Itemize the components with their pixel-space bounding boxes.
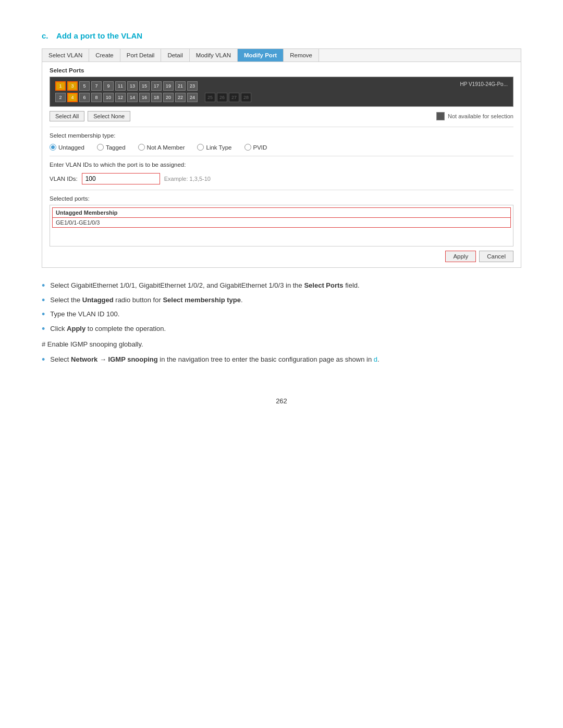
bullet-dot-4: •	[42, 324, 45, 335]
body-text: • Select GigabitEthernet 1/0/1, GigabitE…	[42, 280, 521, 366]
port-4-sel[interactable]: 4	[67, 93, 78, 102]
port-13[interactable]: 13	[127, 81, 138, 91]
port-27: 27	[229, 93, 239, 102]
not-available-legend: Not available for selection	[436, 112, 513, 120]
hash-list-item: • Select Network → IGMP snooping in the …	[42, 354, 521, 366]
selected-ports-area: Selected ports: Untagged Membership GE1/…	[50, 195, 513, 246]
tab-modify-port[interactable]: Modify Port	[238, 49, 284, 61]
action-buttons-row: Apply Cancel	[50, 251, 513, 262]
radio-untagged[interactable]: Untagged	[50, 144, 84, 151]
port-20[interactable]: 20	[163, 93, 174, 102]
list-item-4: • Click Apply to complete the operation.	[42, 324, 521, 335]
port-8[interactable]: 8	[91, 93, 102, 102]
bullet-dot-1: •	[42, 280, 45, 292]
port-24[interactable]: 24	[187, 93, 198, 102]
list-item-1-text: Select GigabitEthernet 1/0/1, GigabitEth…	[50, 280, 359, 292]
port-22[interactable]: 22	[175, 93, 186, 102]
vlan-ids-section-label: Enter VLAN IDs to which the port is to b…	[50, 162, 513, 168]
bullet-dot-3: •	[42, 309, 45, 320]
port-3[interactable]: 3	[67, 81, 78, 91]
radio-not-member-label: Not A Member	[147, 144, 185, 151]
port-5[interactable]: 5	[79, 81, 90, 91]
radio-tagged[interactable]: Tagged	[97, 144, 126, 151]
list-item-1: • Select GigabitEthernet 1/0/1, GigabitE…	[42, 280, 521, 292]
port-16[interactable]: 16	[139, 93, 150, 102]
port-17[interactable]: 17	[151, 81, 162, 91]
port-26: 26	[217, 93, 227, 102]
port-row-odd: 1 3 5 7 9 11 13 15 17 19 21 23	[55, 81, 508, 91]
radio-not-member[interactable]: Not A Member	[138, 144, 185, 151]
port-18[interactable]: 18	[151, 93, 162, 102]
section-title	[50, 31, 54, 40]
port-panel: HP V1910-24G-Po... 1 3 5 7 9 11 13 15 17…	[50, 77, 513, 107]
ui-screenshot-box: Select VLAN Create Port Detail Detail Mo…	[42, 48, 521, 268]
apply-button[interactable]: Apply	[445, 251, 476, 262]
port-23[interactable]: 23	[187, 81, 198, 91]
port-11[interactable]: 11	[115, 81, 126, 91]
vlan-ids-example: Example: 1,3,5-10	[164, 176, 211, 182]
divider-1	[50, 127, 513, 127]
divider-3	[50, 190, 513, 190]
section-title-text: Add a port to the VLAN	[56, 31, 142, 40]
vlan-ids-label: VLAN IDs:	[50, 176, 78, 182]
list-item-3-text: Type the VLAN ID 100.	[50, 309, 119, 320]
port-14[interactable]: 14	[127, 93, 138, 102]
tab-detail[interactable]: Detail	[161, 49, 189, 61]
table-cell-ge: GE1/0/1-GE1/0/3	[52, 218, 511, 228]
hash-line: # Enable IGMP snooping globally.	[42, 339, 521, 350]
radio-pvid-label: PVID	[253, 144, 267, 151]
port-row-even: 2 4 6 8 10 12 14 16 18 20 22 24 25 26 27…	[55, 93, 508, 102]
device-name-label: HP V1910-24G-Po...	[460, 81, 508, 87]
hash-bullet-list: • Select Network → IGMP snooping in the …	[42, 354, 521, 366]
port-9[interactable]: 9	[103, 81, 114, 91]
select-ports-label: Select Ports	[50, 67, 513, 73]
list-item-2: • Select the Untagged radio button for S…	[42, 295, 521, 306]
legend-box-icon	[436, 112, 445, 120]
radio-link-type-circle	[197, 144, 204, 151]
bullet-dot-5: •	[42, 354, 45, 366]
table-header: Untagged Membership	[52, 207, 511, 218]
radio-tagged-circle	[97, 144, 104, 151]
divider-2	[50, 156, 513, 156]
list-item-2-text: Select the Untagged radio button for Sel…	[50, 295, 242, 306]
port-1[interactable]: 1	[55, 81, 66, 91]
port-10[interactable]: 10	[103, 93, 114, 102]
tab-create[interactable]: Create	[89, 49, 120, 61]
vlan-ids-input[interactable]	[82, 173, 160, 184]
bullet-dot-2: •	[42, 295, 45, 306]
port-21[interactable]: 21	[175, 81, 186, 91]
select-buttons-row: Select All Select None Not available for…	[50, 111, 513, 121]
list-item-3: • Type the VLAN ID 100.	[42, 309, 521, 320]
radio-link-type-label: Link Type	[206, 144, 231, 151]
ui-content: Select Ports HP V1910-24G-Po... 1 3 5 7 …	[42, 62, 521, 267]
membership-row: Untagged Tagged Not A Member Link Type P…	[50, 144, 513, 151]
list-item-4-text: Click Apply to complete the operation.	[50, 324, 166, 335]
radio-link-type[interactable]: Link Type	[197, 144, 231, 151]
hash-list-item-text: Select Network → IGMP snooping in the na…	[50, 354, 379, 366]
port-25: 25	[205, 93, 215, 102]
port-2[interactable]: 2	[55, 93, 66, 102]
radio-untagged-circle	[50, 144, 56, 151]
tab-bar: Select VLAN Create Port Detail Detail Mo…	[42, 49, 521, 62]
tab-port-detail[interactable]: Port Detail	[120, 49, 162, 61]
membership-type-label: Select membership type:	[50, 132, 513, 139]
radio-tagged-label: Tagged	[106, 144, 126, 151]
page-number: 262	[42, 397, 521, 405]
cancel-button[interactable]: Cancel	[479, 251, 513, 262]
select-all-button[interactable]: Select All	[50, 111, 84, 121]
port-15[interactable]: 15	[139, 81, 150, 91]
tab-modify-vlan[interactable]: Modify VLAN	[190, 49, 238, 61]
port-12[interactable]: 12	[115, 93, 126, 102]
vlan-ids-row: VLAN IDs: Example: 1,3,5-10	[50, 173, 513, 184]
link-d[interactable]: d	[374, 355, 377, 363]
port-6[interactable]: 6	[79, 93, 90, 102]
radio-not-member-circle	[138, 144, 145, 151]
tab-select-vlan[interactable]: Select VLAN	[42, 49, 89, 61]
port-7[interactable]: 7	[91, 81, 102, 91]
radio-pvid[interactable]: PVID	[244, 144, 267, 151]
selected-ports-label: Selected ports:	[50, 195, 513, 202]
port-19[interactable]: 19	[163, 81, 174, 91]
radio-untagged-label: Untagged	[58, 144, 84, 151]
select-none-button[interactable]: Select None	[88, 111, 130, 121]
tab-remove[interactable]: Remove	[284, 49, 319, 61]
